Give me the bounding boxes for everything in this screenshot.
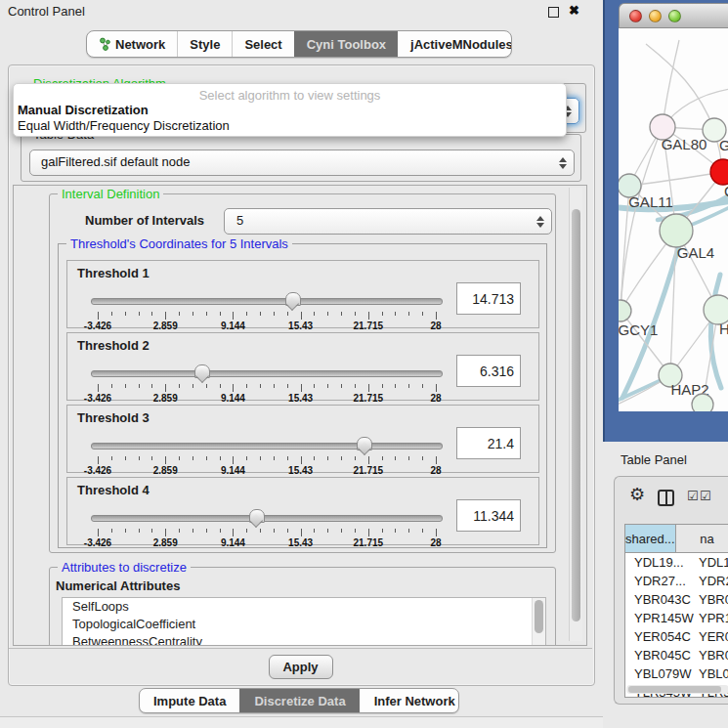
threshold-3-slider[interactable]: -3.4262.8599.14415.4321.71528	[91, 437, 443, 470]
tick-mark	[233, 384, 234, 392]
tab-label: Select	[244, 37, 281, 52]
threshold-4-slider[interactable]: -3.4262.8599.14415.4321.71528	[91, 509, 443, 542]
attribute-item-selfloops[interactable]: SelfLoops	[63, 598, 545, 616]
threshold-3-value-field[interactable]: 21.4	[456, 427, 521, 459]
attribute-item-topologicalcoefficient[interactable]: TopologicalCoefficient	[63, 616, 545, 633]
cell-shared-name[interactable]: YDR27...	[625, 572, 691, 590]
cell-name[interactable]: YDR2	[691, 572, 728, 590]
cell-shared-name[interactable]: YBR045C	[625, 646, 691, 664]
tick-mark	[314, 384, 315, 388]
tab-cyni-toolbox[interactable]: Cyni Toolbox	[294, 31, 398, 57]
network-node-gal4[interactable]	[660, 214, 693, 247]
cell-shared-name[interactable]: YBR043C	[625, 590, 691, 609]
tab-style[interactable]: Style	[177, 31, 232, 57]
close-traffic-light-icon[interactable]	[629, 10, 642, 22]
tick-mark	[274, 312, 275, 316]
cell-shared-name[interactable]: YPR145W	[625, 609, 691, 627]
node-attribute-table: shared... na YDL19...YDL1YDR27...YDR2YBR…	[624, 524, 728, 698]
attribute-item-betweennesscentrality[interactable]: BetweennessCentrality	[63, 633, 545, 646]
cell-name[interactable]: YER0	[691, 627, 728, 646]
network-node-gcy1[interactable]	[619, 300, 631, 321]
tab-impute-data[interactable]: Impute Data	[140, 689, 239, 712]
thresholds-group: Threshold's Coordinates for 5 Intervals …	[58, 243, 547, 548]
network-node-label: H	[719, 321, 728, 337]
algorithm-option-manual-discretization[interactable]: Manual Discretization	[18, 103, 149, 117]
cell-shared-name[interactable]: YBL079W	[625, 664, 691, 683]
cell-name[interactable]: YPR1	[691, 609, 728, 627]
network-view-window: GAL80GCGAL11GAL4GCY1HHAP2	[603, 0, 728, 442]
tick-mark	[274, 529, 275, 533]
thresholds-group-label: Threshold's Coordinates for 5 Intervals	[66, 236, 292, 251]
threshold-2-value-field[interactable]: 6.316	[456, 355, 521, 387]
table-data-combobox[interactable]: galFiltered.sif default node	[29, 150, 575, 176]
zoom-traffic-light-icon[interactable]	[668, 10, 681, 22]
tick-label: 15.43	[288, 321, 313, 331]
tab-select[interactable]: Select	[232, 31, 293, 57]
threshold-1-value-field[interactable]: 14.713	[456, 282, 521, 315]
threshold-4-value-field[interactable]: 11.344	[456, 499, 521, 532]
tick-label: 2.859	[153, 321, 178, 331]
minimize-traffic-light-icon[interactable]	[649, 10, 662, 22]
slider-thumb[interactable]	[194, 364, 210, 378]
list-scrollbar[interactable]	[532, 598, 545, 645]
number-of-intervals-spinner[interactable]: 5	[224, 208, 552, 235]
panel-scrollbar-thumb[interactable]	[572, 209, 580, 621]
table-row[interactable]: YBR045CYBR0	[625, 646, 728, 664]
slider-thumb[interactable]	[285, 292, 301, 306]
tab-discretize-data[interactable]: Discretize Data	[239, 689, 359, 712]
control-panel-titlebar: Control Panel ✖	[0, 0, 603, 23]
split-columns-icon[interactable]	[658, 490, 674, 506]
threshold-2-slider[interactable]: -3.4262.8599.14415.4321.71528	[91, 364, 443, 398]
tick-mark	[327, 529, 328, 533]
tab-label: Cyni Toolbox	[307, 37, 386, 52]
network-node-label: C	[724, 183, 728, 199]
table-row[interactable]: YDR27...YDR2	[625, 572, 728, 590]
number-of-intervals-label: Number of Intervals	[85, 213, 204, 228]
cell-name[interactable]: YDL1	[691, 553, 728, 572]
close-icon[interactable]: ✖	[569, 3, 579, 18]
checkbox-icon[interactable]: ☑	[700, 490, 711, 502]
table-row[interactable]: YER054CYER0	[625, 627, 728, 646]
tick-mark	[274, 384, 275, 388]
tick-label: 28	[430, 321, 441, 331]
checkbox-icon[interactable]: ☑	[687, 490, 699, 502]
tab-network[interactable]: Network	[87, 31, 177, 57]
network-window-titlebar[interactable]	[619, 3, 728, 28]
column-header-name[interactable]: na	[676, 525, 728, 552]
numerical-attributes-list[interactable]: SelfLoopsTopologicalCoefficientBetweenne…	[62, 597, 546, 646]
apply-button[interactable]: Apply	[269, 655, 333, 679]
cell-name[interactable]: YBL0	[691, 664, 728, 683]
algorithm-option-equal-width-frequency-discretization[interactable]: Equal Width/Frequency Discretization	[18, 118, 230, 133]
gear-icon[interactable]: ⚙	[629, 486, 645, 503]
network-node[interactable]	[692, 394, 713, 411]
table-row[interactable]: YBR043CYBR0	[625, 590, 728, 609]
float-window-icon[interactable]	[548, 7, 559, 18]
slider-thumb[interactable]	[357, 437, 372, 450]
tick-mark	[355, 529, 356, 533]
table-row[interactable]: YBL079WYBL0	[625, 664, 728, 683]
table-row[interactable]: YDL19...YDL1	[625, 553, 728, 572]
column-header-shared-name[interactable]: shared...	[625, 525, 676, 552]
table-horizontal-scrollbar[interactable]	[626, 685, 728, 694]
tab-jactivemnodules[interactable]: jActiveMNodules	[398, 31, 512, 57]
tick-mark	[368, 312, 369, 320]
threshold-1-slider[interactable]: -3.4262.8599.14415.4321.71528	[91, 292, 443, 325]
cell-name[interactable]: YBR0	[691, 590, 728, 609]
tab-infer-network[interactable]: Infer Network	[360, 689, 459, 712]
table-row[interactable]: YPR145WYPR1	[625, 609, 728, 627]
tab-label: jActiveMNodules	[410, 37, 512, 52]
tick-mark	[395, 312, 396, 316]
network-canvas[interactable]: GAL80GCGAL11GAL4GCY1HHAP2	[619, 28, 728, 411]
tick-mark	[314, 529, 315, 533]
tick-mark	[287, 312, 288, 316]
table-scrollbar-thumb[interactable]	[628, 686, 721, 693]
tick-label: 21.715	[354, 393, 384, 404]
panel-scrollbar[interactable]	[569, 188, 582, 641]
tick-label: -3.426	[84, 465, 111, 476]
tick-mark	[233, 456, 234, 464]
cell-name[interactable]: YBR0	[691, 646, 728, 664]
cell-shared-name[interactable]: YER054C	[625, 627, 691, 646]
cell-shared-name[interactable]: YDL19...	[625, 553, 691, 572]
slider-thumb[interactable]	[249, 509, 265, 523]
list-scrollbar-thumb[interactable]	[535, 600, 543, 633]
